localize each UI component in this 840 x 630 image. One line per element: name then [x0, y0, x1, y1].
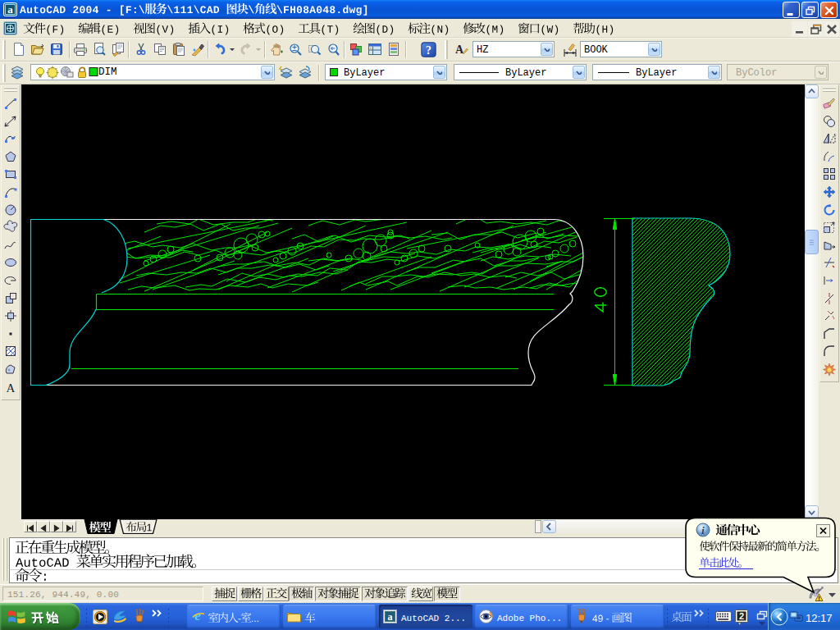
svg-text:A: A [7, 381, 16, 395]
svg-text:a: a [388, 611, 393, 623]
svg-text:A: A [455, 43, 464, 56]
svg-text:e: e [194, 609, 201, 623]
svg-text:a: a [7, 3, 13, 16]
svg-text:2: 2 [739, 611, 744, 621]
svg-text:?: ? [426, 44, 431, 57]
